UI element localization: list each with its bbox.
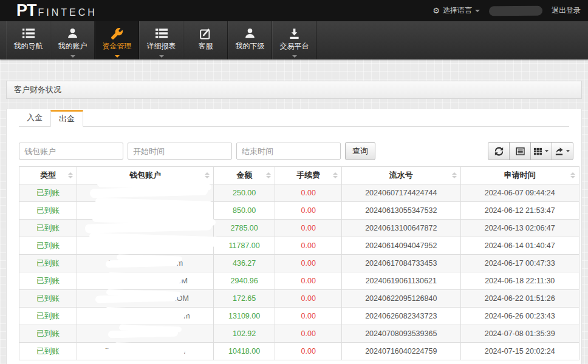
- tab-bar: 入金 出金: [19, 109, 569, 127]
- fee-cell: 0.00: [275, 343, 342, 360]
- column-header[interactable]: 类型: [19, 167, 77, 184]
- language-selector[interactable]: ⚙ 选择语言: [432, 5, 480, 16]
- fee-cell: 0.00: [275, 184, 342, 202]
- type-cell: 已到账: [19, 237, 77, 255]
- chevron-down-icon: [545, 150, 549, 152]
- nav-item-my-account[interactable]: 我的账户: [50, 21, 95, 59]
- columns-button[interactable]: [530, 142, 552, 160]
- withdrawals-table: 类型 钱包账户 金额 手续费 流水号 申请时间 已到账 250.00 0.00 …: [19, 166, 579, 360]
- amount-cell: 11787.00: [213, 237, 275, 255]
- type-cell: 已到账: [19, 272, 77, 290]
- export-button[interactable]: [552, 142, 573, 160]
- redaction-smudge: [98, 206, 192, 215]
- time-cell: 2024-06-22 01:51:26: [460, 290, 579, 308]
- nav-item-service[interactable]: 客服: [183, 21, 228, 59]
- column-header-label: 手续费: [296, 170, 320, 180]
- serial-cell: 20240617084733453: [342, 255, 460, 272]
- report-icon: [156, 27, 168, 40]
- wrench-icon: [111, 27, 123, 40]
- user-icon: [244, 27, 256, 40]
- nav-item-subordinate[interactable]: 我的下级: [228, 21, 272, 59]
- search-button[interactable]: 查询: [345, 142, 375, 160]
- table-row: 已到账 5m 10418.00 0.00 20240716040224759 2…: [19, 343, 579, 360]
- serial-cell: 20240613100647872: [342, 220, 460, 237]
- fee-cell: 0.00: [275, 202, 342, 220]
- chevron-down-icon: [475, 10, 480, 12]
- fee-cell: 0.00: [275, 255, 342, 272]
- table-row: 已到账 om 13109.00 0.00 20240626082343723 2…: [19, 308, 579, 325]
- sort-icon: [205, 172, 210, 178]
- tab-withdraw[interactable]: 出金: [50, 110, 83, 127]
- nav-item-label: 资金管理: [103, 41, 132, 52]
- type-cell: 已到账: [19, 308, 77, 325]
- redacted-username: [489, 5, 542, 16]
- time-cell: 2024-06-14 01:40:47: [460, 237, 579, 255]
- table-row: 已到账 OM 2940.96 0.00 20240619061130621 20…: [19, 272, 579, 290]
- language-label: 选择语言: [443, 5, 472, 16]
- column-header[interactable]: 手续费: [275, 167, 342, 184]
- sort-icon: [333, 172, 338, 178]
- filter-row: 查询: [19, 142, 573, 160]
- amount-cell: 2785.00: [213, 220, 275, 237]
- amount-cell: 172.65: [213, 290, 275, 308]
- toggle-view-button[interactable]: [509, 142, 531, 160]
- list-icon: [22, 27, 35, 40]
- wallet-account-input[interactable]: [19, 143, 123, 160]
- table-toolbar: [488, 142, 573, 160]
- wallet-cell: 5m: [77, 343, 213, 360]
- table-row: 已到账 11787.00 0.00 20240614094047952 2024…: [19, 237, 579, 255]
- tab-deposit[interactable]: 入金: [19, 109, 50, 126]
- table-body: 已到账 250.00 0.00 20240607174424744 2024-0…: [19, 184, 579, 360]
- export-icon: [555, 147, 564, 156]
- end-time-input[interactable]: [236, 143, 341, 160]
- time-cell: 2024-06-26 00:23:43: [460, 308, 579, 325]
- amount-cell: 13109.00: [213, 308, 275, 325]
- serial-cell: 20240626082343723: [342, 308, 460, 325]
- nav-item-label: 交易平台: [280, 41, 309, 52]
- redaction-smudge: [112, 259, 173, 268]
- table-row: 已到账 n 102.92 0.00 20240708093539365 2024…: [19, 325, 579, 343]
- nav-item-label: 我的导航: [14, 41, 43, 52]
- start-time-input[interactable]: [128, 143, 232, 160]
- redaction-smudge: [109, 347, 179, 356]
- time-cell: 2024-06-12 21:53:47: [460, 202, 579, 220]
- chevron-down-icon: [115, 55, 120, 58]
- serial-cell: 20240607174424744: [342, 184, 460, 202]
- amount-cell: 10418.00: [213, 343, 275, 360]
- nav-item-reports[interactable]: 详细报表: [139, 21, 183, 59]
- redaction-smudge: [100, 189, 191, 197]
- logout-button[interactable]: 退出登录: [552, 5, 581, 16]
- fee-cell: 0.00: [275, 325, 342, 343]
- refresh-button[interactable]: [488, 142, 510, 160]
- nav-item-platform[interactable]: 交易平台: [272, 21, 316, 59]
- fee-cell: 0.00: [275, 220, 342, 237]
- type-cell: 已到账: [19, 202, 77, 220]
- redaction-smudge: [101, 294, 171, 303]
- column-header-label: 钱包账户: [129, 170, 161, 180]
- time-cell: 2024-06-13 02:06:47: [460, 220, 579, 237]
- fee-cell: 0.00: [275, 272, 342, 290]
- amount-cell: 436.27: [213, 255, 275, 272]
- fee-cell: 0.00: [275, 290, 342, 308]
- nav-item-my-nav[interactable]: 我的导航: [6, 21, 50, 59]
- column-header[interactable]: 流水号: [342, 167, 460, 184]
- column-header[interactable]: 申请时间: [460, 167, 579, 184]
- type-cell: 已到账: [19, 255, 77, 272]
- gear-icon: ⚙: [432, 7, 440, 15]
- time-cell: 2024-07-08 01:35:39: [460, 325, 579, 343]
- brand-bold: PT: [16, 0, 36, 21]
- redaction-smudge: [100, 312, 179, 320]
- nav-item-funds[interactable]: 资金管理: [95, 21, 139, 59]
- time-cell: 2024-07-15 20:02:24: [460, 343, 579, 360]
- nav-item-label: 我的账户: [58, 41, 87, 52]
- serial-cell: 20240622095126840: [342, 290, 460, 308]
- sort-icon: [452, 172, 457, 178]
- column-header[interactable]: 金额: [213, 167, 275, 184]
- nav-item-label: 我的下级: [236, 41, 265, 52]
- chevron-down-icon: [292, 55, 297, 58]
- sort-icon: [570, 172, 575, 178]
- wallet-cell: OM: [77, 272, 213, 290]
- user-icon: [67, 27, 78, 40]
- topbar: PT FINTECH ⚙ 选择语言 退出登录: [0, 0, 588, 21]
- amount-cell: 250.00: [213, 184, 275, 202]
